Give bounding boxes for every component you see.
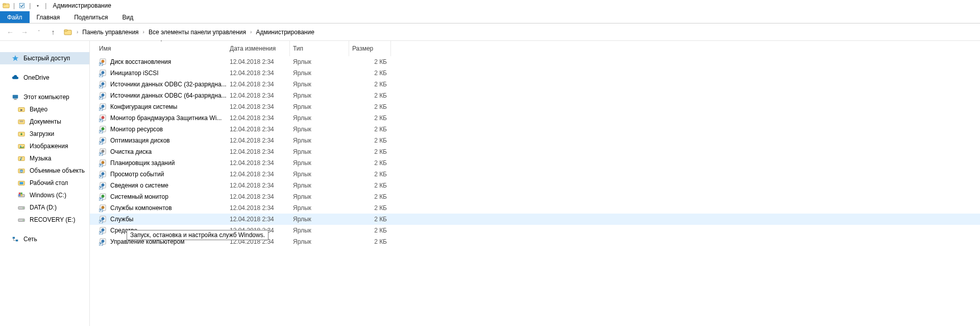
file-row[interactable]: Диск восстановления 12.04.2018 2:34 Ярлы… — [90, 56, 980, 67]
column-header-size[interactable]: Размер — [349, 41, 391, 56]
qat-properties-icon[interactable] — [18, 2, 26, 10]
column-header-date[interactable]: Дата изменения — [227, 41, 290, 56]
folder-icon — [17, 167, 26, 175]
breadcrumb-item[interactable]: Панель управления — [81, 28, 139, 37]
svg-rect-21 — [20, 193, 22, 195]
file-name-label: Диск восстановления — [110, 58, 171, 65]
folder-icon — [17, 105, 26, 113]
svg-point-43 — [102, 105, 105, 108]
ribbon-tabs: Файл Главная Поделиться Вид — [0, 11, 980, 24]
nav-up-button[interactable]: ↑ — [47, 26, 59, 38]
folder-icon — [17, 142, 26, 150]
svg-rect-2 — [20, 4, 24, 8]
shortcut-icon — [99, 204, 107, 212]
qat-folder-icon[interactable] — [2, 2, 10, 10]
breadcrumb-item[interactable]: Администрирование — [255, 28, 315, 37]
column-header-name[interactable]: Имя ˄ — [96, 41, 227, 56]
file-size: 2 КБ — [349, 58, 391, 65]
sidebar-item-desktop[interactable]: Рабочий стол — [0, 177, 89, 189]
tab-file[interactable]: Файл — [0, 11, 30, 23]
shortcut-icon — [99, 58, 107, 66]
nav-recent-dropdown[interactable]: ˅ — [33, 26, 45, 38]
sidebar-item-label: Рабочий стол — [30, 179, 68, 187]
nav-back-button[interactable]: ← — [4, 26, 16, 38]
sidebar-item-drive-d[interactable]: DATA (D:) — [0, 201, 89, 214]
sidebar-item-documents[interactable]: Документы — [0, 115, 89, 128]
file-date: 12.04.2018 2:34 — [227, 148, 290, 155]
sidebar-item-label: Загрузки — [30, 130, 54, 137]
shortcut-icon — [99, 136, 107, 145]
tab-share[interactable]: Поделиться — [67, 11, 115, 23]
file-type: Ярлык — [290, 227, 349, 234]
drive-icon — [17, 203, 26, 212]
nav-forward-button[interactable]: → — [18, 26, 31, 38]
qat-dropdown-icon[interactable]: ▾ — [34, 2, 42, 10]
sidebar-item-videos[interactable]: Видео — [0, 103, 89, 115]
sidebar-item-network[interactable]: Сеть — [0, 233, 89, 245]
file-row[interactable]: Системный монитор 12.04.2018 2:34 Ярлык … — [90, 191, 980, 202]
file-type: Ярлык — [290, 126, 349, 133]
file-size: 2 КБ — [349, 182, 391, 189]
sidebar-item-pictures[interactable]: Изображения — [0, 140, 89, 152]
tab-home[interactable]: Главная — [30, 11, 67, 23]
file-type: Ярлык — [290, 159, 349, 167]
file-row[interactable]: Источники данных ODBC (32-разрядна... 12… — [90, 79, 980, 90]
tab-view[interactable]: Вид — [115, 11, 140, 23]
sidebar-item-onedrive[interactable]: OneDrive — [0, 72, 89, 84]
file-type: Ярлык — [290, 58, 349, 65]
file-row[interactable]: Источники данных ODBC (64-разрядна... 12… — [90, 90, 980, 101]
breadcrumb-item[interactable]: Все элементы панели управления — [148, 28, 247, 37]
file-row[interactable]: Планировщик заданий 12.04.2018 2:34 Ярлы… — [90, 157, 980, 169]
chevron-right-icon[interactable]: › — [143, 29, 144, 35]
sidebar-item-music[interactable]: Музыка — [0, 152, 89, 165]
file-row[interactable]: Средство 12.04.2018 2:34 Ярлык 2 КБ — [90, 225, 980, 236]
file-row[interactable]: Оптимизация дисков 12.04.2018 2:34 Ярлык… — [90, 135, 980, 146]
file-row[interactable]: Просмотр событий 12.04.2018 2:34 Ярлык 2… — [90, 169, 980, 180]
file-row[interactable]: Управление компьютером 12.04.2018 2:34 Я… — [90, 236, 980, 247]
svg-rect-6 — [14, 99, 16, 100]
file-type: Ярлык — [290, 92, 349, 99]
file-type: Ярлык — [290, 171, 349, 178]
file-row[interactable]: Конфигурация системы 12.04.2018 2:34 Ярл… — [90, 101, 980, 112]
file-type: Ярлык — [290, 216, 349, 223]
file-row[interactable]: Сведения о системе 12.04.2018 2:34 Ярлык… — [90, 180, 980, 191]
svg-point-61 — [102, 172, 105, 175]
sidebar-item-drive-e[interactable]: RECOVERY (E:) — [0, 214, 89, 226]
column-header-type[interactable]: Тип — [290, 41, 349, 56]
sidebar-item-3d-objects[interactable]: Объемные объекть — [0, 165, 89, 177]
svg-point-73 — [102, 217, 105, 220]
svg-point-55 — [102, 150, 105, 153]
file-type: Ярлык — [290, 81, 349, 88]
shortcut-icon — [99, 159, 107, 167]
svg-point-27 — [23, 220, 24, 221]
svg-point-31 — [102, 60, 105, 63]
qat-separator: | — [29, 2, 31, 9]
sidebar-item-downloads[interactable]: Загрузки — [0, 128, 89, 140]
sidebar-item-drive-c[interactable]: Windows (C:) — [0, 189, 89, 201]
sidebar-item-quick-access[interactable]: Быстрый доступ — [0, 52, 89, 64]
folder-icon — [17, 179, 26, 187]
navigation-bar: ← → ˅ ↑ › Панель управления › Все элемен… — [0, 24, 980, 41]
svg-rect-14 — [18, 157, 24, 161]
file-row[interactable]: Монитор брандмауэра Защитника Wi... 12.0… — [90, 112, 980, 124]
address-bar-icon[interactable] — [63, 28, 72, 37]
svg-point-70 — [102, 206, 105, 209]
file-row[interactable]: Службы 12.04.2018 2:34 Ярлык 2 КБ — [90, 214, 980, 225]
file-row[interactable]: Службы компонентов 12.04.2018 2:34 Ярлык… — [90, 202, 980, 214]
shortcut-icon — [99, 69, 107, 77]
sidebar-item-this-pc[interactable]: Этот компьютер — [0, 91, 89, 103]
file-type: Ярлык — [290, 137, 349, 144]
file-row[interactable]: Монитор ресурсов 12.04.2018 2:34 Ярлык 2… — [90, 124, 980, 135]
chevron-right-icon[interactable]: › — [250, 29, 252, 35]
svg-point-64 — [102, 183, 105, 187]
sidebar-item-label: DATA (D:) — [30, 204, 57, 211]
file-row[interactable]: Очистка диска 12.04.2018 2:34 Ярлык 2 КБ — [90, 146, 980, 157]
file-row[interactable]: Инициатор iSCSI 12.04.2018 2:34 Ярлык 2 … — [90, 67, 980, 79]
file-date: 12.04.2018 2:34 — [227, 238, 290, 245]
file-size: 2 КБ — [349, 216, 391, 223]
file-date: 12.04.2018 2:34 — [227, 81, 290, 88]
chevron-right-icon[interactable]: › — [77, 29, 78, 35]
file-name-label: Средство — [110, 227, 137, 234]
shortcut-icon — [99, 238, 107, 246]
file-name-label: Управление компьютером — [110, 238, 184, 245]
